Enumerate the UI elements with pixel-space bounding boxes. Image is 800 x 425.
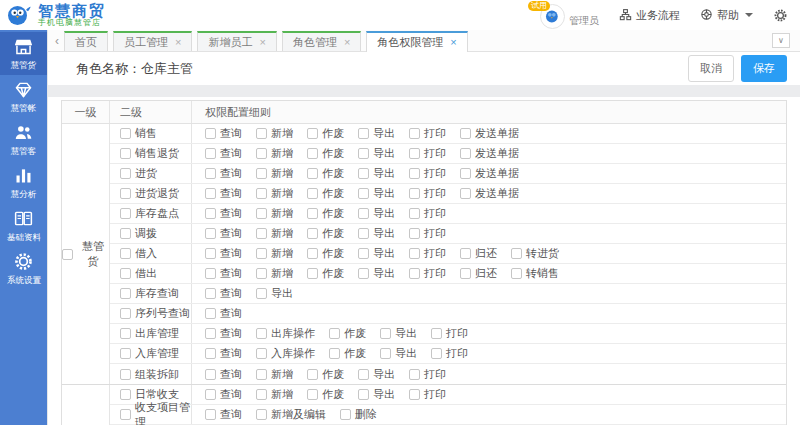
checkbox[interactable] (256, 208, 267, 219)
tab-1[interactable]: 首页 (64, 31, 108, 51)
checkbox[interactable] (358, 369, 369, 380)
checkbox[interactable] (307, 188, 318, 199)
checkbox[interactable] (409, 389, 420, 400)
checkbox[interactable] (307, 369, 318, 380)
checkbox[interactable] (358, 208, 369, 219)
checkbox[interactable] (205, 148, 216, 159)
settings-gear-icon[interactable] (773, 8, 788, 23)
checkbox[interactable] (256, 248, 267, 259)
checkbox[interactable] (307, 228, 318, 239)
checkbox[interactable] (460, 188, 471, 199)
checkbox[interactable] (358, 389, 369, 400)
checkbox[interactable] (205, 369, 216, 380)
checkbox[interactable] (256, 369, 267, 380)
checkbox[interactable] (460, 168, 471, 179)
checkbox[interactable] (431, 348, 442, 359)
checkbox[interactable] (256, 168, 267, 179)
sidebar-item-3[interactable]: 慧管客 (0, 118, 47, 161)
tab-4[interactable]: 角色管理× (282, 31, 361, 51)
checkbox[interactable] (358, 148, 369, 159)
checkbox[interactable] (358, 228, 369, 239)
checkbox[interactable] (329, 328, 340, 339)
checkbox[interactable] (380, 348, 391, 359)
checkbox[interactable] (409, 128, 420, 139)
checkbox[interactable] (120, 308, 131, 319)
checkbox[interactable] (431, 328, 442, 339)
checkbox[interactable] (307, 128, 318, 139)
cancel-button[interactable]: 取消 (688, 55, 734, 82)
checkbox[interactable] (358, 248, 369, 259)
tab-close-icon[interactable]: × (450, 37, 456, 48)
checkbox[interactable] (120, 268, 131, 279)
tabs-scroll-left-button[interactable]: ‹ (50, 31, 64, 51)
checkbox[interactable] (205, 308, 216, 319)
checkbox[interactable] (62, 249, 73, 260)
checkbox[interactable] (329, 348, 340, 359)
checkbox[interactable] (409, 228, 420, 239)
checkbox[interactable] (205, 188, 216, 199)
checkbox[interactable] (205, 268, 216, 279)
checkbox[interactable] (256, 128, 267, 139)
checkbox[interactable] (120, 348, 131, 359)
checkbox[interactable] (256, 409, 267, 420)
checkbox[interactable] (460, 248, 471, 259)
checkbox[interactable] (205, 168, 216, 179)
checkbox[interactable] (205, 228, 216, 239)
menu-business-process[interactable]: 业务流程 (619, 8, 680, 23)
tab-2[interactable]: 员工管理× (113, 31, 192, 51)
checkbox[interactable] (205, 288, 216, 299)
checkbox[interactable] (120, 228, 131, 239)
checkbox[interactable] (307, 268, 318, 279)
checkbox[interactable] (120, 208, 131, 219)
checkbox[interactable] (358, 128, 369, 139)
checkbox[interactable] (409, 369, 420, 380)
sidebar-item-1[interactable]: 慧管货 (0, 32, 47, 75)
checkbox[interactable] (256, 228, 267, 239)
checkbox[interactable] (205, 409, 216, 420)
checkbox[interactable] (120, 148, 131, 159)
checkbox[interactable] (380, 328, 391, 339)
sidebar-item-6[interactable]: 系统设置 (0, 247, 47, 290)
checkbox[interactable] (409, 188, 420, 199)
checkbox[interactable] (307, 389, 318, 400)
checkbox[interactable] (511, 248, 522, 259)
checkbox[interactable] (256, 148, 267, 159)
checkbox[interactable] (460, 148, 471, 159)
sidebar-item-4[interactable]: 慧分析 (0, 161, 47, 204)
checkbox[interactable] (511, 268, 522, 279)
checkbox[interactable] (460, 268, 471, 279)
checkbox[interactable] (120, 188, 131, 199)
checkbox[interactable] (409, 168, 420, 179)
tab-close-icon[interactable]: × (344, 37, 350, 48)
checkbox[interactable] (358, 188, 369, 199)
checkbox[interactable] (340, 409, 351, 420)
checkbox[interactable] (256, 268, 267, 279)
menu-help[interactable]: 帮助 (700, 8, 753, 23)
sidebar-item-2[interactable]: 慧管帐 (0, 75, 47, 118)
checkbox[interactable] (307, 168, 318, 179)
checkbox[interactable] (256, 328, 267, 339)
checkbox[interactable] (409, 148, 420, 159)
tab-3[interactable]: 新增员工× (197, 31, 276, 51)
checkbox[interactable] (205, 128, 216, 139)
checkbox[interactable] (205, 389, 216, 400)
tab-close-icon[interactable]: × (259, 37, 265, 48)
sidebar-item-5[interactable]: 基础资料 (0, 204, 47, 247)
checkbox[interactable] (205, 208, 216, 219)
checkbox[interactable] (358, 168, 369, 179)
tabs-dropdown-button[interactable]: ∨ (772, 33, 790, 48)
checkbox[interactable] (205, 248, 216, 259)
checkbox[interactable] (256, 188, 267, 199)
checkbox[interactable] (205, 328, 216, 339)
checkbox[interactable] (120, 128, 131, 139)
checkbox[interactable] (256, 288, 267, 299)
user-menu[interactable]: 试用 管理员 (540, 2, 599, 29)
checkbox[interactable] (120, 288, 131, 299)
tab-close-icon[interactable]: × (175, 37, 181, 48)
checkbox[interactable] (358, 268, 369, 279)
checkbox[interactable] (409, 248, 420, 259)
checkbox[interactable] (409, 268, 420, 279)
checkbox[interactable] (307, 208, 318, 219)
save-button[interactable]: 保存 (741, 55, 787, 82)
checkbox[interactable] (120, 369, 131, 380)
